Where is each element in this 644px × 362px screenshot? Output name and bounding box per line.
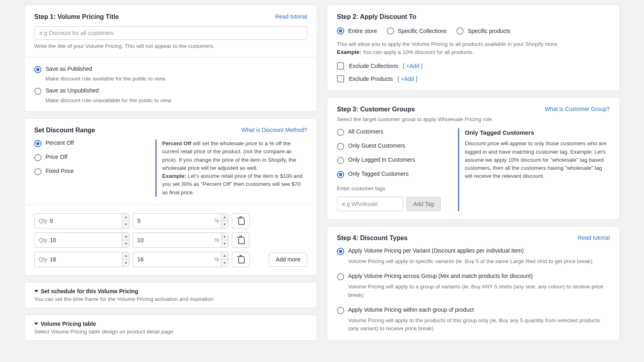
spinner-down-icon[interactable]: [221, 240, 228, 247]
tagged-customers-info: Only Tagged Customers Discount price wil…: [458, 128, 610, 211]
within-group-radio[interactable]: Apply Volume Pricing within each group o…: [337, 306, 610, 314]
schedule-title: Set schedule for this Volume Pricing: [41, 288, 138, 294]
tier-row: Qty 5 5 %: [34, 213, 307, 228]
spinner-up-icon[interactable]: [221, 233, 228, 241]
entire-store-radio[interactable]: Entire store: [337, 27, 377, 35]
pricing-title-input[interactable]: [34, 26, 307, 40]
customer-group-link[interactable]: What is Customer Group?: [545, 106, 610, 112]
step4-tutorial-link[interactable]: Read tutorial: [578, 234, 610, 241]
spinner-down-icon[interactable]: [122, 221, 129, 228]
per-variant-radio[interactable]: Apply Volume Pricing per Variant (Discou…: [337, 247, 610, 255]
discount-method-link[interactable]: What is Discount Method?: [242, 127, 307, 133]
radio-icon: [34, 154, 41, 161]
read-tutorial-link[interactable]: Read tutorial: [275, 13, 307, 20]
trash-icon: [238, 218, 244, 224]
discount-method-info: Percent Off will set the wholesale price…: [155, 140, 307, 197]
pricing-table-title: Volume Pricing table: [41, 321, 96, 327]
spinner-up-icon[interactable]: [122, 252, 129, 260]
qty-input[interactable]: Qty 10: [34, 232, 130, 248]
percent-off-radio[interactable]: Percent Off: [34, 140, 149, 147]
spinner-down-icon[interactable]: [221, 259, 228, 267]
discount-range-title: Set Discount Range: [34, 127, 95, 134]
radio-icon: [337, 157, 344, 164]
add-exclude-collections-link[interactable]: [ +Add ]: [403, 63, 423, 69]
across-group-radio[interactable]: Apply Volume Pricing across Group (Mix a…: [337, 273, 610, 280]
step2-title: Step 2: Apply Discount To: [337, 13, 610, 21]
save-unpublished-radio[interactable]: Save as Unpublished: [34, 87, 307, 95]
step3-card: Step 3: Customer Groups What is Customer…: [327, 97, 620, 220]
step1-title: Step 1: Volume Pricing Title: [34, 13, 119, 21]
radio-icon: [34, 88, 41, 95]
exclude-collections-checkbox[interactable]: [337, 62, 344, 70]
customer-tags-input[interactable]: [337, 197, 403, 211]
step4-card: Step 4: Discount Types Read tutorial App…: [327, 226, 620, 341]
add-more-button[interactable]: Add more: [269, 252, 307, 267]
specific-collections-radio[interactable]: Specific Collections: [387, 27, 447, 35]
step4-title: Step 4: Discount Types: [337, 234, 408, 242]
step2-description: This will allow you to apply the Volume …: [337, 40, 610, 57]
spinner-up-icon[interactable]: [221, 214, 228, 221]
pricing-table-card[interactable]: Volume Pricing table Select Volume Prici…: [24, 315, 317, 341]
spinner-down-icon[interactable]: [122, 240, 129, 247]
radio-icon: [337, 307, 344, 314]
step3-title: Step 3: Customer Groups: [337, 106, 415, 113]
save-published-radio[interactable]: Save as Published: [34, 66, 307, 73]
radio-icon: [337, 171, 344, 178]
radio-icon: [337, 248, 344, 255]
spinner-up-icon[interactable]: [221, 252, 228, 260]
specific-products-radio[interactable]: Specific products: [456, 27, 511, 35]
percent-input[interactable]: 16 %: [133, 252, 228, 267]
tagged-customers-radio[interactable]: Only Tagged Customers: [337, 171, 452, 178]
fixed-price-radio[interactable]: Fixed Price: [34, 168, 149, 175]
radio-icon: [34, 140, 41, 147]
chevron-down-icon: [34, 323, 38, 325]
radio-icon: [337, 129, 344, 136]
price-off-radio[interactable]: Price Off: [34, 154, 149, 161]
trash-icon: [238, 237, 244, 243]
percent-input[interactable]: 5 %: [133, 213, 228, 228]
delete-tier-button[interactable]: [232, 213, 250, 228]
add-tag-button[interactable]: Add Tag: [407, 197, 441, 211]
qty-input[interactable]: Qty 16: [34, 252, 130, 267]
chevron-down-icon: [34, 290, 38, 292]
qty-input[interactable]: Qty 5: [34, 213, 130, 228]
spinner-up-icon[interactable]: [122, 233, 129, 241]
all-customers-radio[interactable]: All Customers: [337, 128, 452, 136]
logged-in-customers-radio[interactable]: Only Logged In Customers: [337, 156, 452, 164]
percent-input[interactable]: 10 %: [133, 232, 228, 248]
tier-row: Qty 16 16 % Add more: [34, 252, 307, 267]
radio-icon: [456, 27, 464, 35]
radio-icon: [337, 273, 344, 280]
radio-icon: [387, 27, 394, 35]
spinner-up-icon[interactable]: [122, 214, 129, 221]
step1-card: Step 1: Volume Pricing Title Read tutori…: [24, 5, 317, 112]
spinner-down-icon[interactable]: [122, 259, 129, 267]
guest-customers-radio[interactable]: Only Guest Customers: [337, 142, 452, 150]
trash-icon: [238, 256, 244, 263]
discount-range-card: Set Discount Range What is Discount Meth…: [24, 118, 317, 276]
radio-icon: [34, 168, 41, 175]
step2-card: Step 2: Apply Discount To Entire store S…: [327, 5, 620, 91]
add-exclude-products-link[interactable]: [ +Add ]: [398, 76, 417, 82]
schedule-card[interactable]: Set schedule for this Volume Pricing You…: [24, 282, 317, 308]
radio-icon: [337, 27, 344, 35]
spinner-down-icon[interactable]: [221, 221, 228, 228]
radio-icon: [337, 143, 344, 150]
radio-icon: [34, 66, 41, 73]
step1-helper: Write the title of your Volume Pricing. …: [34, 43, 307, 49]
tier-row: Qty 10 10 %: [34, 232, 307, 248]
delete-tier-button[interactable]: [232, 232, 250, 248]
exclude-products-checkbox[interactable]: [337, 75, 344, 82]
delete-tier-button[interactable]: [232, 252, 250, 267]
